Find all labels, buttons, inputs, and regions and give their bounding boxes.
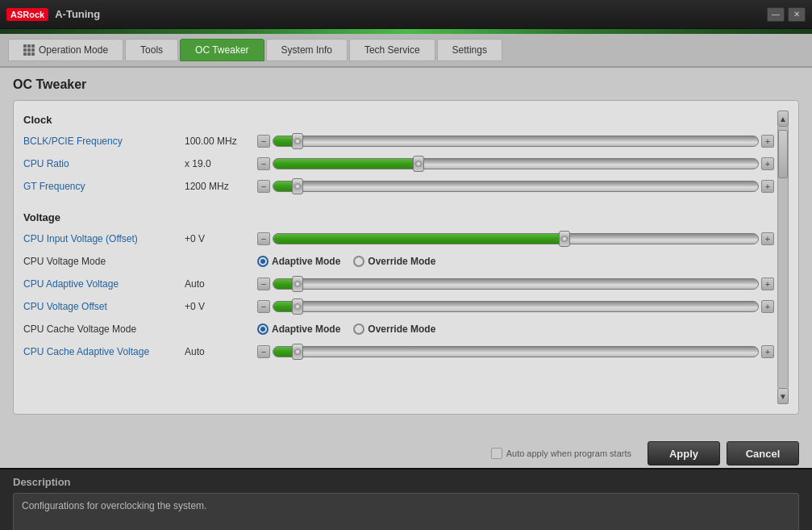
cpu-adaptive-v-slider[interactable] (273, 278, 759, 290)
clock-section-header: Clock (23, 114, 774, 126)
bottom-bar: Auto apply when program starts Apply Can… (0, 439, 812, 468)
cpu-cache-adaptive-v-controls: − + (257, 345, 774, 358)
override-mode-option[interactable]: Override Mode (353, 256, 435, 267)
cpu-cache-adaptive-v-label: CPU Cache Adaptive Voltage (23, 346, 185, 357)
cpu-cache-adaptive-v-value: Auto (185, 346, 257, 357)
tab-oc-tweaker[interactable]: OC Tweaker (180, 39, 264, 61)
tab-settings[interactable]: Settings (437, 39, 502, 61)
page-title: OC Tweaker (13, 77, 799, 92)
cpu-v-offset-slider[interactable] (273, 301, 759, 312)
cpu-cache-adaptive-v-minus[interactable]: − (257, 345, 270, 358)
bclk-slider[interactable] (273, 136, 759, 147)
cpu-ratio-minus[interactable]: − (257, 157, 270, 170)
table-row: CPU Ratio x 19.0 − + (23, 155, 774, 173)
gt-freq-controls: − + (257, 180, 774, 193)
auto-apply-area: Auto apply when program starts (13, 448, 641, 459)
oc-panel: Clock BCLK/PCIE Frequency 100.00 MHz − +… (13, 100, 799, 415)
cpu-input-v-value: +0 V (185, 233, 257, 244)
tab-label: Tech Service (364, 44, 420, 56)
cpu-cache-v-mode-label: CPU Cache Voltage Mode (23, 323, 185, 335)
scroll-down-arrow[interactable]: ▼ (777, 388, 789, 404)
cpu-v-offset-controls: − + (257, 300, 774, 313)
oc-scroll-area: Clock BCLK/PCIE Frequency 100.00 MHz − +… (23, 111, 774, 404)
app-title: A-Tuning (55, 8, 100, 20)
gt-freq-plus[interactable]: + (761, 180, 774, 193)
adaptive-mode-option[interactable]: Adaptive Mode (257, 256, 340, 267)
scroll-thumb[interactable] (778, 130, 788, 178)
gt-freq-value: 1200 MHz (185, 181, 257, 192)
minimize-button[interactable]: — (767, 7, 785, 22)
cpu-input-v-label: CPU Input Voltage (Offset) (23, 233, 185, 244)
table-row: GT Frequency 1200 MHz − + (23, 177, 774, 195)
auto-apply-label: Auto apply when program starts (506, 449, 631, 458)
description-text: Configurations for overclocking the syst… (22, 500, 206, 511)
cpu-v-mode-controls: Adaptive Mode Override Mode (257, 256, 774, 267)
cpu-cache-adaptive-v-slider[interactable] (273, 346, 759, 357)
tab-tools[interactable]: Tools (125, 39, 178, 61)
title-bar-controls: — ✕ (767, 7, 806, 22)
bclk-label: BCLK/PCIE Frequency (23, 136, 185, 147)
table-row: CPU Voltage Mode Adaptive Mode Override … (23, 252, 774, 270)
cache-adaptive-radio[interactable] (257, 323, 269, 335)
adaptive-radio-circle[interactable] (257, 256, 269, 267)
main-content: OC Tweaker Clock BCLK/PCIE Frequency 100… (0, 68, 812, 439)
cpu-input-v-plus[interactable]: + (761, 232, 774, 245)
cpu-adaptive-v-controls: − + (257, 278, 774, 290)
cpu-v-mode-label: CPU Voltage Mode (23, 256, 185, 267)
cpu-ratio-value: x 19.0 (185, 158, 257, 169)
cpu-adaptive-v-minus[interactable]: − (257, 278, 270, 290)
description-title: Description (13, 476, 799, 488)
title-bar-left: ASRock A-Tuning (6, 8, 100, 21)
auto-apply-checkbox[interactable] (491, 448, 502, 459)
cpu-ratio-controls: − + (257, 157, 774, 170)
cpu-v-offset-plus[interactable]: + (761, 300, 774, 313)
cpu-input-v-slider[interactable] (273, 233, 759, 244)
cpu-cache-adaptive-v-plus[interactable]: + (761, 345, 774, 358)
cpu-v-offset-value: +0 V (185, 301, 257, 312)
cache-override-label: Override Mode (368, 323, 435, 335)
cpu-ratio-plus[interactable]: + (761, 157, 774, 170)
scroll-track[interactable] (777, 127, 789, 388)
cpu-cache-v-mode-radio-group: Adaptive Mode Override Mode (257, 323, 435, 335)
scrollbar: ▲ ▼ (777, 111, 789, 404)
table-row: CPU Voltage Offset +0 V − + (23, 298, 774, 315)
override-radio-circle[interactable] (353, 256, 364, 267)
table-row: CPU Input Voltage (Offset) +0 V − + (23, 230, 774, 248)
cpu-ratio-slider[interactable] (273, 158, 759, 169)
tab-tech-service[interactable]: Tech Service (349, 39, 435, 61)
gt-freq-slider[interactable] (273, 181, 759, 192)
override-mode-label: Override Mode (368, 256, 435, 267)
bclk-minus[interactable]: − (257, 135, 270, 148)
tab-system-info[interactable]: System Info (266, 39, 348, 61)
cpu-adaptive-v-value: Auto (185, 278, 257, 290)
tab-label: OC Tweaker (195, 44, 248, 56)
table-row: CPU Adaptive Voltage Auto − + (23, 275, 774, 293)
cpu-v-offset-label: CPU Voltage Offset (23, 301, 185, 312)
description-box: Configurations for overclocking the syst… (13, 493, 799, 530)
scroll-up-arrow[interactable]: ▲ (777, 111, 789, 127)
apply-button[interactable]: Apply (648, 441, 720, 465)
bclk-value: 100.00 MHz (185, 136, 257, 147)
tab-label: Settings (452, 44, 487, 56)
tab-operation-mode[interactable]: Operation Mode (8, 39, 123, 61)
gt-freq-label: GT Frequency (23, 181, 185, 192)
tab-label: Tools (140, 44, 163, 56)
cache-override-mode-option[interactable]: Override Mode (353, 323, 435, 335)
cancel-button[interactable]: Cancel (727, 441, 799, 465)
close-button[interactable]: ✕ (788, 7, 806, 22)
cpu-v-offset-minus[interactable]: − (257, 300, 270, 313)
cpu-adaptive-v-plus[interactable]: + (761, 278, 774, 290)
cpu-input-v-minus[interactable]: − (257, 232, 270, 245)
bclk-plus[interactable]: + (761, 135, 774, 148)
grid-icon (23, 44, 35, 56)
table-row: CPU Cache Adaptive Voltage Auto − + (23, 343, 774, 361)
gt-freq-minus[interactable]: − (257, 180, 270, 193)
cache-adaptive-label: Adaptive Mode (272, 323, 340, 335)
cpu-input-v-controls: − + (257, 232, 774, 245)
cache-adaptive-mode-option[interactable]: Adaptive Mode (257, 323, 340, 335)
cpu-v-mode-radio-group: Adaptive Mode Override Mode (257, 256, 435, 267)
cpu-cache-v-mode-controls: Adaptive Mode Override Mode (257, 323, 774, 335)
adaptive-mode-label: Adaptive Mode (272, 256, 340, 267)
cache-override-radio[interactable] (353, 323, 364, 335)
cpu-adaptive-v-label: CPU Adaptive Voltage (23, 278, 185, 290)
